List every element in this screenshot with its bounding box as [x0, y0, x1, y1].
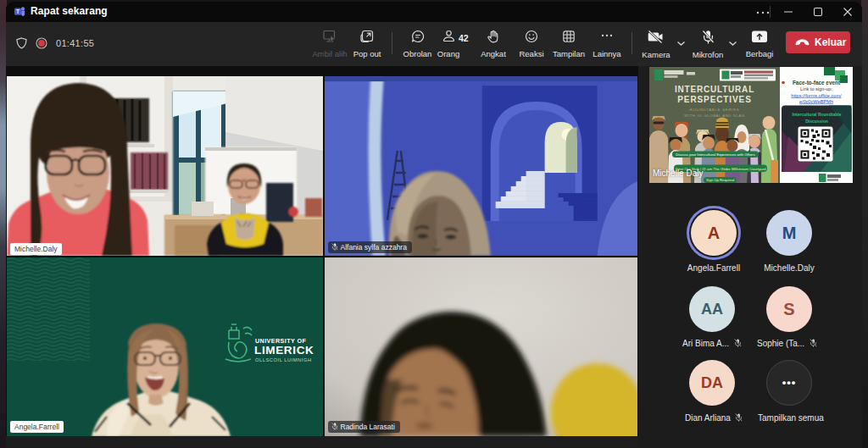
svg-text:Intercultural Roundtable: Intercultural Roundtable — [793, 112, 842, 117]
svg-text:Sign Up Required: Sign Up Required — [706, 178, 735, 182]
svg-text:PERSPECTIVES: PERSPECTIVES — [677, 95, 752, 104]
svg-text:https://forms.office.com/: https://forms.office.com/ — [791, 93, 842, 98]
svg-text:ROUNDTABLE SERIES: ROUNDTABLE SERIES — [690, 108, 740, 112]
svg-text:OLLSCOIL LUIMNIGH: OLLSCOIL LUIMNIGH — [255, 357, 312, 362]
svg-text:Discussion: Discussion — [805, 119, 828, 124]
svg-text:Face-to-face event: Face-to-face event — [793, 80, 841, 86]
svg-text:WITH UL GLOBAL AND NLAG: WITH UL GLOBAL AND NLAG — [684, 113, 745, 118]
svg-text:LIMERICK: LIMERICK — [254, 344, 314, 357]
svg-text:INTERCULTURAL: INTERCULTURAL — [675, 85, 754, 94]
svg-text:T: T — [16, 8, 19, 14]
svg-text:Discuss your Intercultural Exp: Discuss your Intercultural Experiences w… — [676, 152, 755, 157]
svg-text:e/0c0cWeBPMh: e/0c0cWeBPMh — [799, 99, 833, 104]
svg-text:Link to sign-up:: Link to sign-up: — [800, 86, 832, 91]
